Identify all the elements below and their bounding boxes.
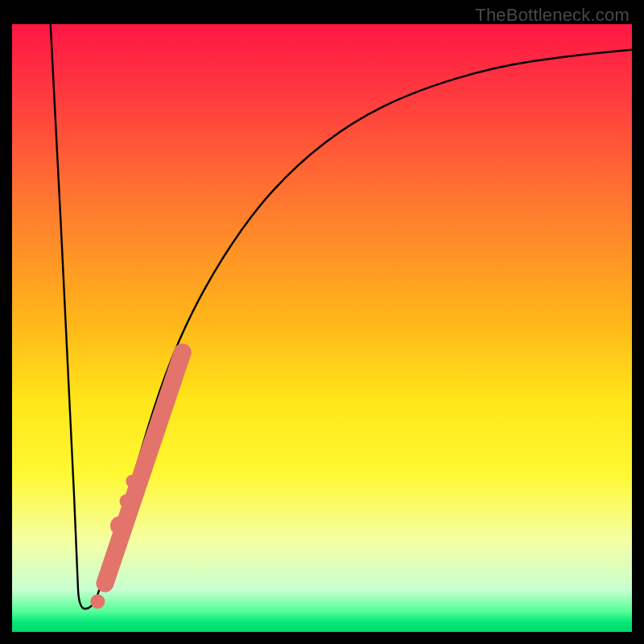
chart-background: [12, 24, 632, 632]
highlight-dot: [110, 516, 130, 535]
highlight-dot: [90, 594, 105, 609]
bottleneck-chart: TheBottleneck.com: [0, 0, 644, 644]
highlight-dot: [119, 494, 134, 509]
watermark-text: TheBottleneck.com: [475, 5, 630, 26]
chart-svg: [0, 0, 644, 644]
highlight-dot: [126, 475, 138, 488]
